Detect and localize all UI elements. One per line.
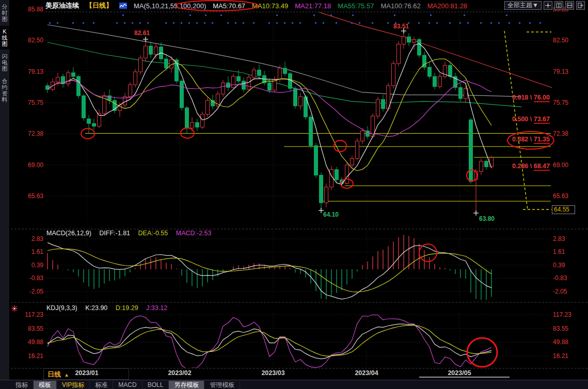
main-axis-tick-right: 69.00	[553, 161, 584, 169]
date-label: 2023/02	[163, 369, 196, 377]
kdj-axis-tick-left: 83.55	[18, 325, 43, 332]
date-label: 2023/04	[350, 369, 383, 377]
kdj-axis-tick-left: 16.21	[18, 352, 43, 360]
price-annotation: 82.61	[134, 29, 150, 37]
kdj-axis-tick-right: 16.21	[553, 352, 584, 360]
kdj-axis-tick-left: 117.23	[18, 311, 43, 318]
zoom-horizontal-icon[interactable]	[565, 1, 574, 10]
chart-canvas[interactable]	[0, 0, 588, 389]
main-axis-tick-left: 75.75	[18, 99, 43, 106]
triangle-up-icon: ▲	[64, 372, 69, 378]
macd-axis-tick-right: 0.39	[553, 262, 584, 269]
ma55-value: MA55:75.57	[338, 2, 374, 10]
date-label: 2023/05	[443, 369, 476, 377]
macd-axis-tick-left: 1.61	[18, 248, 43, 255]
main-axis-tick-left: 72.38	[18, 130, 43, 137]
main-axis-tick-right: 65.63	[553, 192, 584, 200]
left-sidebar: 分时图 K线图 闪电图 合约资料	[0, 0, 10, 380]
crosshair-icon[interactable]	[544, 1, 552, 10]
kdj-d-value: D:19.29	[116, 304, 138, 312]
drawn-lines	[85, 31, 551, 209]
macd-name: MACD(26,12,9)	[46, 230, 91, 237]
gridlines	[0, 9, 588, 368]
main-axis-tick-left: 69.00	[18, 161, 43, 169]
main-axis-tick-left: 82.50	[18, 37, 43, 44]
kdj-j-value: J:33.12	[146, 304, 167, 312]
kdj-axis-tick-right: 83.55	[553, 325, 584, 332]
main-axis-tick-right: 82.50	[553, 37, 584, 44]
main-axis-tick-left: 79.13	[18, 68, 43, 75]
tab-vip-indicators[interactable]: VIP指标	[57, 381, 90, 389]
main-axis-tick-left: 65.63	[18, 192, 43, 200]
fib-base-price-box: 64.55	[552, 205, 575, 214]
instrument-title: 美原油连续	[45, 1, 79, 10]
tab-standard[interactable]: 标准	[90, 381, 113, 389]
tab-boll[interactable]: BOLL	[142, 381, 169, 389]
chart-header: 美原油连续 【日线】 MA(5,10,21,55,100,200) MA5:70…	[45, 1, 467, 10]
pan-right-icon[interactable]	[576, 1, 585, 10]
tab-indicators[interactable]: 指标	[10, 381, 34, 389]
macd-axis-tick-left: 2.83	[18, 235, 43, 242]
ma10-value: MA10:73.49	[252, 2, 288, 10]
period-tag: 【日线】	[86, 1, 113, 10]
horizontal-scrollbar-thumb[interactable]	[419, 377, 510, 378]
tab-manage-templates[interactable]: 管理模板	[204, 381, 240, 389]
macd-dea-value: DEA:-0.55	[138, 230, 168, 237]
header-controls: 全部主题▼	[504, 1, 585, 10]
fib-level-label: 0.382 \ 71.35	[512, 136, 550, 143]
period-selector[interactable]: 日线▲	[47, 370, 69, 379]
tab-macd[interactable]: MACD	[113, 381, 142, 389]
macd-axis-tick-left: 0.39	[18, 262, 43, 269]
event-dots	[49, 14, 541, 24]
fib-level-label: 0.618 \ 76.00	[512, 94, 550, 101]
price-annotation: 63.80	[479, 215, 495, 222]
kdj-axis-tick-right: 117.23	[553, 311, 584, 318]
fib-level-label: 0.236 \ 68.47	[512, 163, 550, 170]
sidebar-item-timeline-chart[interactable]: 分时图	[0, 1, 9, 25]
kdj-panel-header: KDJ(9,3,3) K:23.90 D:19.29 J:33.12	[46, 304, 167, 312]
theme-dropdown-button[interactable]: 全部主题▼	[504, 1, 542, 10]
ma21-value: MA21:77.18	[295, 2, 331, 10]
date-label: 2023/01	[70, 369, 103, 377]
fib-level-label: 0.500 \ 73.67	[512, 116, 550, 123]
macd-panel-header: MACD(26,12,9) DIFF:-1.81 DEA:-0.55 MACD:…	[46, 230, 212, 237]
bottom-tabbar: 指标 模板 VIP指标 标准 MACD BOLL 另存模板 管理模板	[0, 380, 588, 389]
tab-save-template[interactable]: 另存模板	[169, 381, 204, 389]
macd-axis-tick-left: -2.05	[18, 288, 43, 295]
price-annotation: 83.51	[393, 23, 409, 30]
period-label: 日线	[47, 370, 61, 378]
main-axis-tick-right: 79.13	[553, 68, 584, 75]
main-axis-tick-right: 75.75	[553, 99, 584, 106]
ma100-value: MA100:76.62	[380, 2, 420, 10]
macd-axis-tick-left: -0.83	[18, 274, 43, 282]
zoom-vertical-icon[interactable]	[554, 1, 563, 10]
macd-diff-value: DIFF:-1.81	[99, 230, 130, 237]
price-annotation: 64.10	[323, 211, 339, 218]
kdj-name: KDJ(9,3,3)	[46, 304, 77, 312]
macd-axis-tick-right: 1.61	[553, 248, 584, 255]
macd-axis-tick-right: -0.83	[553, 274, 584, 282]
macd-axis-tick-right: 2.83	[553, 235, 584, 242]
tab-templates[interactable]: 模板	[34, 381, 57, 389]
long-ma-lines	[47, 12, 581, 107]
sidebar-item-kline-chart[interactable]: K线图	[0, 26, 9, 50]
kdj-axis-tick-left: 49.88	[18, 338, 43, 346]
sidebar-item-contract-info[interactable]: 合约资料	[0, 75, 9, 105]
ma5-value: MA5:70.67	[213, 2, 245, 10]
sidebar-item-flash-chart[interactable]: 闪电图	[0, 51, 9, 74]
main-axis-tick-right: 72.38	[553, 130, 584, 137]
main-axis-tick-left: 85.88	[18, 6, 43, 13]
ma200-value: MA200:81.28	[427, 2, 467, 10]
date-label: 2023/03	[257, 369, 290, 377]
macd-axis-tick-right: -2.05	[553, 288, 584, 295]
macd-macd-value: MACD:-2.53	[176, 230, 212, 237]
macd-plot	[47, 235, 491, 300]
ma-parameters: MA(5,10,21,55,100,200)	[134, 2, 206, 10]
kdj-k-value: K:23.90	[85, 304, 107, 312]
kline-style-icon[interactable]	[119, 3, 127, 9]
kdj-axis-tick-right: 49.88	[553, 338, 584, 346]
